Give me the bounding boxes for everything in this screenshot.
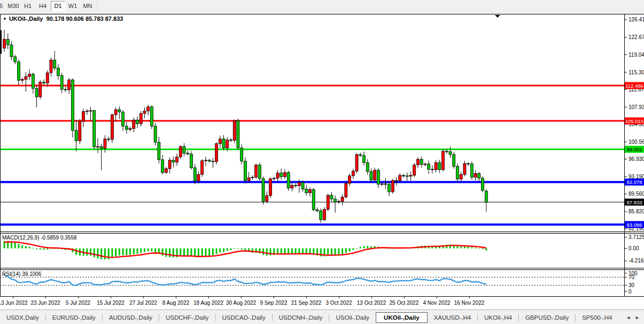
candle	[287, 173, 290, 188]
time-tick	[306, 297, 307, 298]
chart-canvas[interactable]: 126.410122.670119.040115.300111.670107.9…	[0, 14, 644, 297]
candle	[139, 113, 142, 124]
tab-scroll-right-icon[interactable]: ►	[633, 314, 642, 321]
candle	[258, 165, 261, 179]
symbol-tab-usoil-daily[interactable]: USOil-,Daily	[329, 313, 376, 322]
chart-title: ▼UKOil-,Daily 90.178 90.606 85.783 87.83…	[3, 16, 123, 22]
macd-histogram-bar	[140, 249, 142, 253]
candle	[204, 160, 207, 161]
candle	[294, 185, 297, 186]
candle	[187, 153, 189, 154]
candle	[247, 178, 250, 180]
time-label: 15 Jul 2022	[92, 300, 129, 306]
timeframe-button-d1[interactable]: D1	[51, 1, 65, 11]
macd-histogram-bar	[162, 249, 164, 256]
macd-histogram-bar	[335, 249, 336, 255]
macd-histogram-bar	[456, 246, 458, 248]
time-label: 9 Sep 2022	[255, 300, 292, 306]
macd-histogram-bar	[75, 249, 77, 255]
time-tick	[241, 297, 242, 298]
symbol-tab-usdchf-daily[interactable]: USDCHF-,Daily	[159, 313, 215, 322]
candle	[255, 165, 258, 177]
macd-histogram-bar	[295, 249, 297, 254]
macd-axis-label: 0.00	[629, 245, 639, 251]
macd-histogram-bar	[360, 247, 361, 249]
time-axis[interactable]: 13 Jun 202223 Jun 20225 Jul 202215 Jul 2…	[0, 297, 644, 310]
macd-histogram-bar	[94, 249, 95, 258]
candle	[237, 120, 239, 148]
candle	[453, 155, 455, 166]
timeframe-button-h4[interactable]: H4	[36, 1, 49, 11]
macd-histogram-bar	[331, 249, 332, 256]
macd-histogram-bar	[151, 249, 152, 252]
macd-histogram-bar	[349, 249, 351, 252]
macd-histogram-bar	[115, 249, 117, 257]
mt4-terminal-window: 5M30H1H4D1W1MN 126.410122.670119.040115.…	[0, 0, 644, 324]
macd-histogram-bar	[352, 249, 354, 250]
candle	[460, 174, 462, 179]
candle	[345, 183, 347, 197]
candle	[298, 182, 300, 186]
candle	[244, 161, 246, 180]
candle	[143, 111, 146, 113]
macd-histogram-bar	[485, 249, 487, 251]
candle	[147, 107, 150, 111]
symbol-tab-ukoil-h4[interactable]: UKOil-,H4	[478, 313, 518, 322]
timeframe-button-mn[interactable]: MN	[81, 1, 95, 11]
macd-histogram-bar	[234, 249, 235, 249]
symbol-tab-usdcad-daily[interactable]: USDCAD-,Daily	[216, 313, 272, 322]
candle	[118, 110, 121, 112]
macd-histogram-bar	[32, 248, 34, 249]
tab-scroll-left-icon[interactable]: ◄	[624, 314, 633, 321]
macd-histogram-bar	[205, 249, 206, 257]
macd-axis-label: -4.2165	[629, 258, 644, 264]
timeframe-button-h1[interactable]: H1	[21, 1, 34, 11]
symbol-tab-xauusd-h4[interactable]: XAUUSD-,H4	[428, 313, 478, 322]
price-badge-text: 105.015	[625, 118, 643, 124]
time-label: 21 Sep 2022	[288, 300, 325, 306]
macd-histogram-bar	[309, 249, 311, 254]
macd-panel[interactable]	[4, 241, 487, 259]
time-tick	[437, 297, 437, 298]
candle	[208, 160, 211, 161]
symbol-tab-ukoil-daily[interactable]: UKOil-,Daily	[376, 312, 427, 323]
macd-histogram-bar	[100, 249, 102, 259]
price-axis: 126.410122.670119.040115.300111.670107.9…	[624, 17, 644, 294]
symbol-tab-usdcnh-daily[interactable]: USDCNH-,Daily	[273, 313, 329, 322]
timeframe-button-w1[interactable]: W1	[66, 1, 79, 11]
time-label: 3 Oct 2022	[320, 300, 358, 306]
rsi-axis-label: 70	[629, 274, 635, 280]
macd-histogram-bar	[460, 246, 462, 248]
macd-histogram-bar	[363, 246, 365, 248]
macd-histogram-bar	[262, 249, 264, 255]
timeframe-button-5[interactable]: 5	[0, 1, 5, 11]
candle	[280, 173, 283, 176]
rsi-panel[interactable]	[0, 275, 624, 286]
macd-histogram-bar	[241, 249, 243, 250]
time-tick	[143, 297, 144, 298]
timeframe-button-m30[interactable]: M30	[5, 1, 21, 11]
price-badge-text: 112.486	[625, 83, 643, 89]
candle	[68, 80, 71, 90]
macd-histogram-bar	[237, 249, 239, 249]
candle	[283, 173, 286, 177]
main-price-panel[interactable]	[0, 15, 624, 225]
candle	[438, 163, 441, 169]
time-label: 27 Jul 2022	[125, 300, 162, 306]
macd-histogram-bar	[43, 249, 45, 250]
candle	[424, 164, 426, 165]
macd-histogram-bar	[201, 249, 203, 257]
symbol-tab-eurusd-daily[interactable]: EURUSD-,Daily	[46, 313, 102, 322]
candle	[431, 169, 433, 169]
symbol-tab-usdx-daily[interactable]: USDX,Daily	[0, 313, 45, 322]
symbol-tab-audusd-daily[interactable]: AUDUSD-,Daily	[103, 313, 159, 322]
candle	[226, 140, 229, 148]
symbol-dropdown-icon[interactable]: ▼	[3, 17, 7, 21]
candle	[316, 210, 319, 211]
symbol-tab-gbpusd-daily[interactable]: GBPUSD-,Daily	[519, 313, 575, 322]
chart-area[interactable]: 126.410122.670119.040115.300111.670107.9…	[0, 14, 644, 297]
candle	[442, 151, 445, 169]
symbol-tab-sp500-h4[interactable]: SP500-,H4	[576, 313, 618, 322]
candle	[233, 120, 236, 140]
price-tick-label: 96.930	[629, 156, 644, 162]
